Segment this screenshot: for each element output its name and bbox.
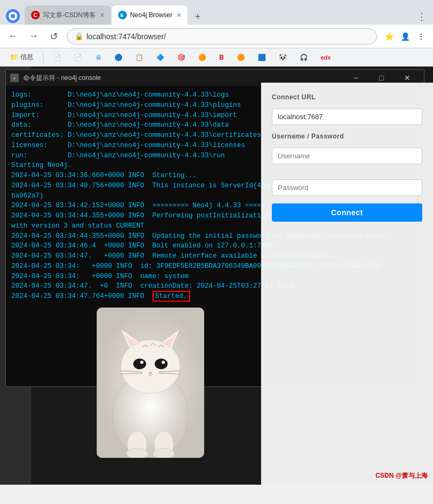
bookmark-item-6[interactable]: 📋 <box>131 52 148 63</box>
address-bar[interactable]: 🔒 localhost:7474/browser/ <box>67 28 377 45</box>
bookmark-item-13[interactable]: 🐼 <box>275 52 291 63</box>
cmd-minimize-button[interactable]: − <box>343 72 368 84</box>
profile-icon[interactable]: 👤 <box>399 30 412 43</box>
connect-password-input[interactable] <box>272 179 422 196</box>
connect-panel: Connect URL Username / Password Connect <box>261 83 433 485</box>
tab-label-csdn: 写文章-CSDN博客 <box>43 11 96 20</box>
folder-icon: 📁 <box>10 53 18 61</box>
cat-image <box>97 308 204 458</box>
cat-overlay <box>97 308 204 458</box>
bk-icon-8: 🎯 <box>177 54 185 61</box>
address-text: localhost:7474/browser/ <box>86 32 166 41</box>
refresh-button[interactable]: ↺ <box>46 29 61 44</box>
started-text: Started. <box>153 291 190 302</box>
browser-menu-icon[interactable]: ⋮ <box>415 9 429 25</box>
svg-point-23 <box>126 448 148 458</box>
bookmark-item-edx[interactable]: edx <box>316 53 335 62</box>
new-tab-button[interactable]: + <box>190 9 206 25</box>
tab-bar: C 写文章-CSDN博客 × N Neo4j Browser × + ⋮ <box>0 0 433 25</box>
bk-icon-2: 📄 <box>53 54 61 61</box>
connect-button[interactable]: Connect <box>272 203 422 222</box>
bk-icon-9: 🟠 <box>198 54 206 61</box>
svg-point-12 <box>133 359 146 369</box>
tab-icon-csdn: C <box>31 11 40 19</box>
svg-point-24 <box>153 448 175 458</box>
bookmark-item-10[interactable]: B <box>215 52 228 63</box>
bookmark-item-4[interactable]: 🖥 <box>91 52 106 63</box>
cmd-window-icon: ▪ <box>10 74 19 82</box>
svg-point-14 <box>140 361 143 364</box>
extensions-icon[interactable]: ⭐ <box>383 30 395 43</box>
bk-icon-4: 🖥 <box>95 54 102 61</box>
svg-point-2 <box>11 14 15 18</box>
bookmark-item-2[interactable]: 📄 <box>49 52 66 63</box>
bookmark-item-11[interactable]: 🟠 <box>233 52 249 63</box>
cmd-maximize-button[interactable]: □ <box>369 72 394 84</box>
tab-csdn[interactable]: C 写文章-CSDN博客 × <box>25 5 111 25</box>
svg-text:N: N <box>120 13 123 18</box>
bk-icon-5: 🔵 <box>114 54 122 61</box>
bookmark-item-7[interactable]: 🔷 <box>152 52 169 63</box>
connect-username-input[interactable] <box>272 148 422 164</box>
bookmark-item-8[interactable]: 🎯 <box>173 52 190 63</box>
main-content: ⬡ 🗄 🔍 ⭐ $ :server connect Connect to Neo… <box>0 67 433 485</box>
bk-icon-edx: edx <box>321 54 331 61</box>
nav-bar: ← → ↺ 🔒 localhost:7474/browser/ ⭐ 👤 ⋮ <box>0 25 433 48</box>
browser-logo <box>4 8 21 25</box>
bk-icon-6: 📋 <box>135 54 143 61</box>
connect-url-label: Connect URL <box>272 93 422 101</box>
svg-point-7 <box>121 340 180 393</box>
tab-close-neo4j[interactable]: × <box>177 11 181 19</box>
bookmark-item-14[interactable]: 🎧 <box>295 52 312 63</box>
forward-button[interactable]: → <box>26 29 41 44</box>
bookmark-item-info[interactable]: 📁 信息 <box>5 51 38 63</box>
connect-username-label: Username / Password <box>272 133 422 140</box>
cmd-window-buttons: − □ ✕ <box>343 72 420 84</box>
tab-icon-neo4j: N <box>118 11 127 19</box>
bookmarks-bar: 📁 信息 📄 📄 🖥 🔵 📋 🔷 🎯 🟠 B 🟠 🟦 🐼 🎧 edx <box>0 48 433 67</box>
bookmark-label-info: 信息 <box>20 53 33 62</box>
toolbar-icons: ⭐ 👤 ⋮ <box>383 30 428 43</box>
tab-label-neo4j: Neo4j Browser <box>130 11 172 19</box>
csdn-watermark: CSDN @萧与上海 <box>376 471 428 480</box>
bk-icon-10: B <box>219 54 224 61</box>
svg-point-15 <box>162 361 165 364</box>
bk-icon-13: 🐼 <box>279 54 287 61</box>
bookmark-item-9[interactable]: 🟠 <box>194 52 211 63</box>
bk-icon-7: 🔷 <box>156 54 164 61</box>
bookmark-item-12[interactable]: 🟦 <box>254 52 270 63</box>
browser-chrome: C 写文章-CSDN博客 × N Neo4j Browser × + ⋮ ← →… <box>0 0 433 67</box>
connect-url-input[interactable] <box>272 108 422 125</box>
bookmark-sep-1 <box>43 52 44 63</box>
tab-neo4j[interactable]: N Neo4j Browser × <box>112 5 187 25</box>
bk-icon-3: 📄 <box>74 54 82 61</box>
svg-point-13 <box>155 359 168 369</box>
bookmark-item-5[interactable]: 🔵 <box>110 52 127 63</box>
tab-close-csdn[interactable]: × <box>100 11 104 19</box>
cmd-window-title: 命令提示符 - neo4j console <box>23 74 343 83</box>
cmd-close-button[interactable]: ✕ <box>395 72 420 84</box>
bk-icon-14: 🎧 <box>300 54 308 61</box>
bookmark-item-3[interactable]: 📄 <box>70 52 86 63</box>
lock-icon: 🔒 <box>75 32 83 40</box>
back-button[interactable]: ← <box>5 29 20 44</box>
settings-icon[interactable]: ⋮ <box>415 30 428 43</box>
bk-icon-11: 🟠 <box>237 54 245 61</box>
bk-icon-12: 🟦 <box>258 54 266 61</box>
